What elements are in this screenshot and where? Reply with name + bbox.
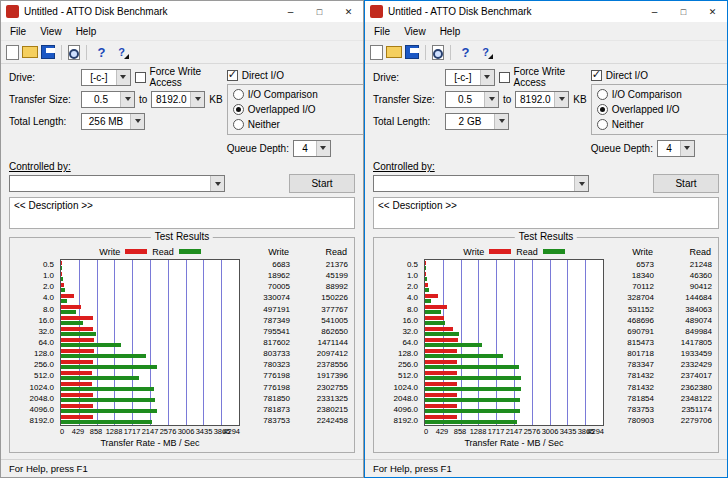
y-tick-label: 4.0 xyxy=(16,292,56,303)
menu-item-help[interactable]: Help xyxy=(69,24,104,39)
read-value: 541005 xyxy=(294,315,348,326)
transfer-size-from-select[interactable]: 0.5 xyxy=(81,91,135,108)
start-button[interactable]: Start xyxy=(289,174,355,193)
new-icon[interactable] xyxy=(6,45,19,60)
drive-label: Drive: xyxy=(9,72,77,83)
neither-radio[interactable] xyxy=(233,119,244,130)
maximize-button[interactable] xyxy=(669,1,698,22)
read-value: 2302755 xyxy=(294,382,348,393)
chevron-down-icon[interactable] xyxy=(574,176,588,191)
chevron-down-icon[interactable] xyxy=(190,92,204,107)
minimize-button[interactable] xyxy=(276,1,305,22)
bar-row xyxy=(425,337,603,348)
x-tick-label: 4294 xyxy=(223,427,240,436)
transfer-size-to-select[interactable]: 8192.0 xyxy=(151,91,205,108)
write-bar xyxy=(425,272,426,276)
chevron-down-icon[interactable] xyxy=(316,141,330,156)
direct-io-label: Direct I/O xyxy=(242,70,284,81)
write-value: 783753 xyxy=(608,404,654,415)
start-button[interactable]: Start xyxy=(653,174,719,193)
read-bar xyxy=(425,288,429,292)
chevron-down-icon[interactable] xyxy=(554,92,568,107)
new-icon[interactable] xyxy=(370,45,383,60)
force-write-checkbox[interactable] xyxy=(135,72,146,83)
y-tick-label: 0.5 xyxy=(16,259,56,270)
spacer xyxy=(658,427,712,437)
help-icon[interactable] xyxy=(93,44,110,60)
direct-io-checkbox[interactable] xyxy=(227,70,238,81)
read-bar xyxy=(61,376,139,380)
close-button[interactable] xyxy=(334,1,363,22)
queue-depth-select[interactable]: 4 xyxy=(657,140,695,157)
open-icon[interactable] xyxy=(386,46,402,58)
chevron-down-icon[interactable] xyxy=(120,92,134,107)
y-tick-label: 0.5 xyxy=(380,259,420,270)
write-bar xyxy=(425,327,453,331)
total-length-select[interactable]: 2 GB xyxy=(445,113,509,130)
total-length-select[interactable]: 256 MB xyxy=(81,113,145,130)
help-icon[interactable] xyxy=(457,44,474,60)
read-swatch xyxy=(179,249,201,254)
read-bar xyxy=(61,354,146,358)
bar-row xyxy=(425,381,603,392)
transfer-size-to-select[interactable]: 8192.0 xyxy=(515,91,569,108)
context-help-icon[interactable] xyxy=(477,44,494,60)
write-value: 776198 xyxy=(244,370,290,381)
chevron-down-icon[interactable] xyxy=(484,92,498,107)
menu-item-file[interactable]: File xyxy=(3,24,33,39)
desktop: Untitled - ATTO Disk Benchmark FileViewH… xyxy=(0,0,728,478)
print-preview-icon[interactable] xyxy=(68,45,80,60)
title-bar[interactable]: Untitled - ATTO Disk Benchmark xyxy=(1,1,363,22)
y-tick-label: 1024.0 xyxy=(16,382,56,393)
y-tick-label: 2.0 xyxy=(380,281,420,292)
chevron-down-icon[interactable] xyxy=(480,70,494,85)
io-comparison-radio[interactable] xyxy=(597,89,608,100)
menu-item-file[interactable]: File xyxy=(367,24,397,39)
chevron-down-icon[interactable] xyxy=(494,114,508,129)
maximize-button[interactable] xyxy=(305,1,334,22)
neither-radio[interactable] xyxy=(597,119,608,130)
read-bar xyxy=(425,299,431,303)
bar-row xyxy=(61,293,239,304)
close-button[interactable] xyxy=(698,1,727,22)
direct-io-checkbox[interactable] xyxy=(591,70,602,81)
io-comparison-radio[interactable] xyxy=(233,89,244,100)
chevron-down-icon[interactable] xyxy=(210,176,224,191)
print-preview-icon[interactable] xyxy=(432,45,444,60)
context-help-icon[interactable] xyxy=(113,44,130,60)
drive-select[interactable]: [-c-] xyxy=(445,69,495,86)
transfer-size-from-select[interactable]: 0.5 xyxy=(445,91,499,108)
controlled-by-select[interactable] xyxy=(373,175,589,192)
description-box[interactable]: << Description >> xyxy=(373,197,719,229)
toolbar-separator xyxy=(61,45,62,60)
toolbar-separator xyxy=(425,45,426,60)
open-icon[interactable] xyxy=(22,46,38,58)
save-icon[interactable] xyxy=(405,45,419,59)
read-bar xyxy=(425,266,426,270)
chevron-down-icon[interactable] xyxy=(130,114,144,129)
read-value: 2332429 xyxy=(658,359,712,370)
menu-item-view[interactable]: View xyxy=(33,24,69,39)
x-tick-label: 2576 xyxy=(524,427,541,436)
overlapped-io-radio[interactable] xyxy=(233,104,244,115)
drive-select[interactable]: [-c-] xyxy=(81,69,131,86)
overlapped-io-radio[interactable] xyxy=(597,104,608,115)
chevron-down-icon[interactable] xyxy=(680,141,694,156)
title-bar[interactable]: Untitled - ATTO Disk Benchmark xyxy=(365,1,727,22)
y-tick-label: 32.0 xyxy=(16,326,56,337)
controlled-by-select[interactable] xyxy=(9,175,225,192)
force-write-checkbox[interactable] xyxy=(499,72,510,83)
menu-item-view[interactable]: View xyxy=(397,24,433,39)
window-title: Untitled - ATTO Disk Benchmark xyxy=(388,6,640,17)
write-bar xyxy=(61,371,92,375)
controlled-by-value xyxy=(374,176,574,191)
y-tick-label: 8192.0 xyxy=(380,415,420,426)
queue-depth-select[interactable]: 4 xyxy=(293,140,331,157)
chevron-down-icon[interactable] xyxy=(116,70,130,85)
write-bar xyxy=(425,349,457,353)
description-box[interactable]: << Description >> xyxy=(9,197,355,229)
menu-item-help[interactable]: Help xyxy=(433,24,468,39)
save-icon[interactable] xyxy=(41,45,55,59)
minimize-button[interactable] xyxy=(640,1,669,22)
x-tick-label: 4294 xyxy=(587,427,604,436)
